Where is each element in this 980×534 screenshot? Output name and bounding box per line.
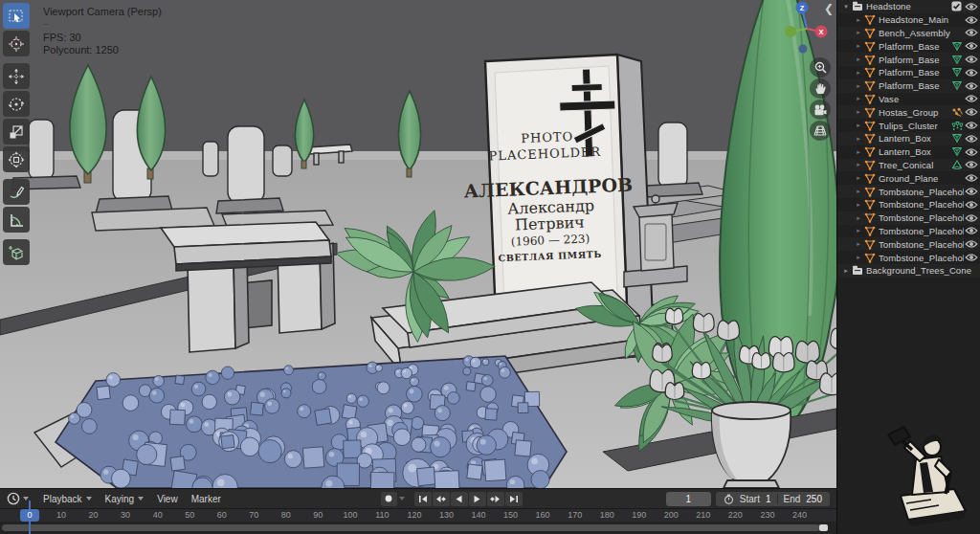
play-button[interactable] <box>469 492 486 506</box>
eye-icon[interactable] <box>964 173 978 184</box>
chevron-right-icon[interactable]: ▸ <box>854 135 863 143</box>
measure-tool-button[interactable] <box>3 207 30 233</box>
next-key-button[interactable] <box>487 492 504 506</box>
outliner-row-hostas-group[interactable]: ▸Hostas_Group <box>837 105 980 119</box>
eye-icon[interactable] <box>964 146 978 157</box>
add-cube-tool-button[interactable] <box>3 239 30 265</box>
scale-tool-button[interactable] <box>3 119 30 145</box>
pan-hand-view-button[interactable] <box>810 78 831 99</box>
outliner-row-platform-base[interactable]: ▸Platform_Base <box>837 39 980 53</box>
chevron-right-icon[interactable]: ▸ <box>854 108 863 116</box>
rotate-tool-button[interactable] <box>3 91 30 117</box>
eye-icon[interactable] <box>964 67 978 78</box>
zoom-view-button[interactable] <box>810 57 831 78</box>
menu-playback[interactable]: Playback <box>43 494 92 504</box>
collection-checkbox[interactable] <box>951 1 962 11</box>
eye-icon[interactable] <box>964 133 978 144</box>
outliner-row-tombstone-placehok[interactable]: ▸Tombstone_Placehok <box>837 198 980 211</box>
outliner-row-tulips-cluster[interactable]: ▸Tulips_Cluster <box>837 119 980 132</box>
eye-icon[interactable] <box>964 94 978 104</box>
chevron-right-icon[interactable]: ▸ <box>854 29 863 36</box>
outliner-row-lantern-box[interactable]: ▸Lantern_Box <box>837 132 980 145</box>
eye-icon[interactable] <box>964 226 978 236</box>
outliner-row-headstone-main[interactable]: ▸Headstone_Main <box>837 13 980 27</box>
jump-end-button[interactable] <box>505 492 523 506</box>
eye-icon[interactable] <box>964 253 978 263</box>
chevron-right-icon[interactable]: ▸ <box>854 161 863 168</box>
jump-start-button[interactable] <box>414 492 432 506</box>
record-dot-icon <box>385 495 392 502</box>
outliner-row-platform-base[interactable]: ▸Platform_Base <box>837 66 980 79</box>
chevron-right-icon[interactable]: ▸ <box>854 95 863 102</box>
grid-view-button[interactable] <box>810 121 831 141</box>
outliner-row-background-trees-cone[interactable]: ▸Background_Trees_Cone <box>837 264 980 278</box>
eye-icon[interactable] <box>964 1 978 11</box>
chevron-right-icon[interactable]: ▸ <box>854 201 863 209</box>
eye-icon[interactable] <box>964 212 978 223</box>
chevron-right-icon[interactable]: ▸ <box>854 82 863 90</box>
outliner-row-platform-base[interactable]: ▸Platform_Base <box>837 53 980 66</box>
chevron-right-icon[interactable]: ▸ <box>854 56 863 63</box>
menu-kaying[interactable]: Kaying <box>105 494 145 504</box>
chevron-right-icon[interactable]: ▸ <box>854 214 863 222</box>
play-reverse-button[interactable] <box>451 492 468 506</box>
annotate-tool-button[interactable] <box>3 179 30 205</box>
eye-icon[interactable] <box>964 160 978 170</box>
timeline-ruler[interactable]: 0 01020304050607080901001101201301401501… <box>0 509 836 522</box>
transform-tool-button[interactable] <box>3 146 30 172</box>
chevron-right-icon[interactable]: ▸ <box>854 227 863 234</box>
select-box-tool-button[interactable] <box>3 3 30 29</box>
eye-icon[interactable] <box>964 14 978 25</box>
eye-icon[interactable] <box>964 239 978 250</box>
eye-icon[interactable] <box>964 28 978 38</box>
eye-icon[interactable] <box>964 187 978 197</box>
frame-range-group[interactable]: Start 1 End 250 <box>716 492 830 506</box>
chevron-right-icon[interactable]: ▸ <box>854 122 863 129</box>
outliner-row-tombstone-placehok[interactable]: ▸Tombstone_Placehok <box>837 251 980 264</box>
editor-type-button[interactable] <box>7 492 29 505</box>
menu-view[interactable]: View <box>157 494 178 504</box>
chevron-right-icon[interactable]: ▸ <box>841 267 851 275</box>
timeline-scrollbar[interactable] <box>2 524 820 531</box>
outliner-row-tombstone-placehok[interactable]: ▸Tombstone_Placehok <box>837 185 980 198</box>
eye-icon[interactable] <box>964 55 978 65</box>
outliner-row-lantern-box[interactable]: ▸Lantern_Box <box>837 145 980 159</box>
move-tool-button[interactable] <box>3 63 30 89</box>
camera-view-button[interactable] <box>810 100 831 120</box>
auto-key-button[interactable] <box>381 492 397 506</box>
chevron-right-icon[interactable]: ▸ <box>854 240 863 248</box>
timeline-playhead[interactable]: 0 <box>20 509 39 522</box>
chevron-down-icon[interactable] <box>399 497 405 501</box>
chevron-right-icon[interactable]: ▸ <box>854 174 863 182</box>
outliner-row-tombstone-placehok[interactable]: ▸Tombstone_Placehok <box>837 211 980 225</box>
prev-key-button[interactable] <box>433 492 450 506</box>
eye-icon[interactable] <box>964 107 978 118</box>
chevron-right-icon[interactable]: ▸ <box>854 148 863 156</box>
eye-icon[interactable] <box>964 199 978 210</box>
chevron-right-icon[interactable]: ▸ <box>854 42 863 50</box>
outliner-row-tombstone-placehok[interactable]: ▸Tombstone_Placehok <box>837 225 980 238</box>
eye-icon[interactable] <box>964 41 978 52</box>
outliner-row-bench-assembly[interactable]: ▸Bench_Assembly <box>837 27 980 40</box>
scrollbar-handle[interactable] <box>819 524 828 531</box>
outliner-row-tree-conical[interactable]: ▸Tree_Conical <box>837 159 980 172</box>
outliner-row-tombstone-placehok[interactable]: ▸Tombstone_Placehok <box>837 237 980 251</box>
outliner-row-vase[interactable]: ▸Vase <box>837 93 980 106</box>
chevron-right-icon[interactable]: ▸ <box>854 188 863 195</box>
outliner-row-platform-base[interactable]: ▸Platform_Base <box>837 79 980 93</box>
eye-icon[interactable] <box>964 80 978 91</box>
viewport-3d[interactable]: PHOTO PLACEHOLDER АЛЕКСАНДРОВ Александр … <box>0 0 836 488</box>
chevron-right-icon[interactable]: ▸ <box>854 69 863 77</box>
outliner-row-ground-plane[interactable]: ▸Ground_Plane <box>837 171 980 185</box>
outliner-row-headstone[interactable]: ▾Headstone <box>837 0 980 13</box>
gizmo-y-axis[interactable] <box>785 26 796 37</box>
gizmo-minus-z-axis[interactable] <box>799 45 808 54</box>
chevron-right-icon[interactable]: ▸ <box>854 254 863 261</box>
panel-collapse-chevron[interactable]: ❮ <box>824 3 834 14</box>
current-frame-field[interactable]: 1 <box>666 492 711 506</box>
chevron-down-icon[interactable]: ▾ <box>841 3 851 11</box>
eye-icon[interactable] <box>964 121 978 131</box>
cursor-tool-button[interactable] <box>3 31 30 56</box>
menu-marker[interactable]: Marker <box>191 494 221 504</box>
chevron-right-icon[interactable]: ▸ <box>854 16 863 24</box>
